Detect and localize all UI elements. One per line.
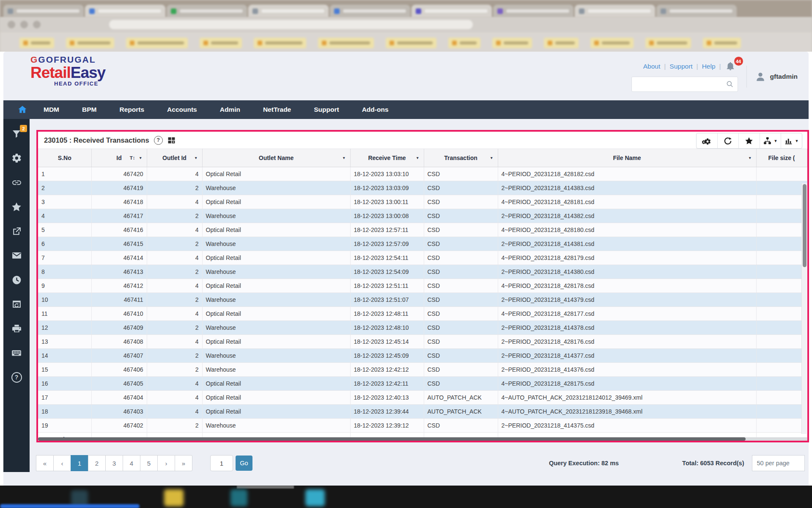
page-button[interactable]: 4 xyxy=(123,455,140,471)
table-row[interactable]: 17 467404 4 Optical Retail 18-12-2023 12… xyxy=(38,391,807,405)
go-button[interactable]: Go xyxy=(236,456,252,471)
table-row[interactable]: 2 467419 2 Warehouse 18-12-2023 13:03:09… xyxy=(38,181,807,195)
table-row[interactable]: 14 467407 2 Warehouse 18-12-2023 12:45:0… xyxy=(38,349,807,363)
column-header-transaction[interactable]: Transaction▼ xyxy=(424,149,498,167)
chart-view-button[interactable]: ▼ xyxy=(781,133,802,148)
table-row[interactable]: 15 467406 2 Warehouse 18-12-2023 12:42:1… xyxy=(38,363,807,377)
nav-item[interactable]: MDM xyxy=(32,100,71,119)
help-link[interactable]: Help xyxy=(698,63,719,70)
table-row[interactable]: 13 467408 4 Optical Retail 18-12-2023 12… xyxy=(38,335,807,349)
page-button[interactable]: 3 xyxy=(105,455,123,471)
browser-tab[interactable] xyxy=(85,5,165,17)
help-icon[interactable]: ? xyxy=(11,372,22,383)
history-clock-icon[interactable] xyxy=(11,274,22,285)
horizontal-scrollbar-thumb[interactable] xyxy=(38,437,746,441)
browser-tab[interactable] xyxy=(411,5,492,17)
bookmark-item[interactable] xyxy=(703,38,741,48)
refresh-button[interactable] xyxy=(717,133,738,148)
page-button[interactable]: ‹ xyxy=(53,455,71,471)
nav-item[interactable]: Accounts xyxy=(156,100,208,119)
browser-tab[interactable] xyxy=(3,5,84,17)
column-dropdown-icon[interactable]: ▼ xyxy=(416,156,419,160)
nav-item[interactable]: Admin xyxy=(208,100,252,119)
page-button[interactable]: » xyxy=(175,455,192,471)
browser-tab[interactable] xyxy=(575,5,655,17)
bookmark-item[interactable] xyxy=(200,38,242,48)
hierarchy-view-button[interactable]: ▼ xyxy=(760,133,781,148)
bookmark-item[interactable] xyxy=(254,38,306,48)
table-row[interactable]: 6 467415 2 Warehouse 18-12-2023 12:57:09… xyxy=(38,237,807,251)
page-button[interactable]: 1 xyxy=(71,455,88,471)
title-help-icon[interactable]: ? xyxy=(154,136,163,145)
column-dropdown-icon[interactable]: ▼ xyxy=(194,156,198,160)
bookmark-item[interactable] xyxy=(448,38,480,48)
nav-item[interactable]: BPM xyxy=(71,100,108,119)
filter-icon[interactable]: 2 xyxy=(11,128,22,139)
taskbar-app-icon[interactable] xyxy=(305,489,325,506)
column-header-outlet-name[interactable]: Outlet Name▼ xyxy=(202,149,350,167)
table-row[interactable]: 1 467420 4 Optical Retail 18-12-2023 13:… xyxy=(38,167,807,181)
browser-tab[interactable] xyxy=(167,5,247,17)
page-button[interactable]: 2 xyxy=(88,455,106,471)
about-link[interactable]: About xyxy=(639,63,664,70)
page-button[interactable]: 5 xyxy=(140,455,158,471)
per-page-select[interactable]: 50 per page xyxy=(752,455,805,471)
browser-tab[interactable] xyxy=(493,5,573,17)
column-header-receive-time[interactable]: Receive Time▼ xyxy=(350,149,424,167)
search-input[interactable] xyxy=(632,81,726,88)
table-row[interactable]: 4 467417 2 Warehouse 18-12-2023 13:00:08… xyxy=(38,209,807,223)
browser-tab[interactable] xyxy=(248,5,329,17)
browser-back-button[interactable] xyxy=(8,21,15,28)
settings-gear-icon[interactable] xyxy=(11,153,22,164)
url-field[interactable] xyxy=(109,20,473,29)
table-row[interactable]: 10 467411 2 Warehouse 18-12-2023 12:51:0… xyxy=(38,293,807,307)
bookmark-item[interactable] xyxy=(590,38,634,48)
table-row[interactable]: 11 467410 4 Optical Retail 18-12-2023 12… xyxy=(38,307,807,321)
table-row[interactable]: 19 467402 2 Warehouse 18-12-2023 12:39:1… xyxy=(38,419,807,433)
nav-item[interactable]: Add-ons xyxy=(351,100,400,119)
taskbar-app-icon[interactable] xyxy=(230,489,247,506)
browser-reload-button[interactable] xyxy=(33,21,41,28)
notifications-button[interactable]: 44 xyxy=(725,61,738,72)
table-row[interactable]: 12 467409 2 Warehouse 18-12-2023 12:48:1… xyxy=(38,321,807,335)
vertical-scrollbar[interactable] xyxy=(801,183,807,434)
column-header-sno[interactable]: S.No xyxy=(38,149,91,167)
table-row[interactable]: 16 467405 4 Optical Retail 18-12-2023 12… xyxy=(38,377,807,391)
grid-settings-button[interactable] xyxy=(697,133,717,148)
nav-item[interactable]: Support xyxy=(302,100,350,119)
user-menu[interactable]: gftadmin xyxy=(746,66,798,88)
column-dropdown-icon[interactable]: ▼ xyxy=(748,156,752,160)
bookmark-item[interactable] xyxy=(318,38,374,48)
sort-text-icon[interactable]: T↕ xyxy=(130,155,135,160)
column-header-outlet-id[interactable]: Outlet Id▼ xyxy=(147,149,202,167)
table-row[interactable]: 9 467412 4 Optical Retail 18-12-2023 12:… xyxy=(38,279,807,293)
browser-forward-button[interactable] xyxy=(20,21,28,28)
nav-item[interactable]: NetTrade xyxy=(252,100,302,119)
bookmark-item[interactable] xyxy=(386,38,436,48)
table-row[interactable]: 3 467418 4 Optical Retail 18-12-2023 13:… xyxy=(38,195,807,209)
nav-home-button[interactable] xyxy=(13,105,32,115)
favorites-star-icon[interactable] xyxy=(11,202,22,213)
column-dropdown-icon[interactable]: ▼ xyxy=(342,156,346,160)
mail-icon[interactable] xyxy=(11,250,22,261)
window-refresh-icon[interactable] xyxy=(11,299,22,310)
favorite-star-button[interactable] xyxy=(738,133,760,148)
browser-tab[interactable] xyxy=(330,5,410,17)
nav-item[interactable]: Reports xyxy=(108,100,156,119)
link-icon[interactable] xyxy=(11,177,22,188)
table-row[interactable]: 18 467403 4 Optical Retail 18-12-2023 12… xyxy=(38,405,807,419)
page-button[interactable]: › xyxy=(157,455,175,471)
support-link[interactable]: Support xyxy=(666,63,696,70)
vertical-scrollbar-thumb[interactable] xyxy=(803,184,807,267)
taskbar-app-icon[interactable] xyxy=(164,489,184,506)
table-row[interactable]: 8 467413 2 Warehouse 18-12-2023 12:54:09… xyxy=(38,265,807,279)
bookmark-item[interactable] xyxy=(126,38,188,48)
table-row[interactable]: 7 467414 4 Optical Retail 18-12-2023 12:… xyxy=(38,251,807,265)
print-icon[interactable] xyxy=(11,323,22,334)
column-dropdown-icon[interactable]: ▼ xyxy=(139,156,142,160)
export-icon[interactable] xyxy=(11,226,22,237)
page-button[interactable]: « xyxy=(36,455,54,471)
bookmark-item[interactable] xyxy=(544,38,579,48)
column-header-file-size[interactable]: File size ( xyxy=(756,149,807,167)
column-header-id[interactable]: IdT↕▼ xyxy=(91,149,147,167)
